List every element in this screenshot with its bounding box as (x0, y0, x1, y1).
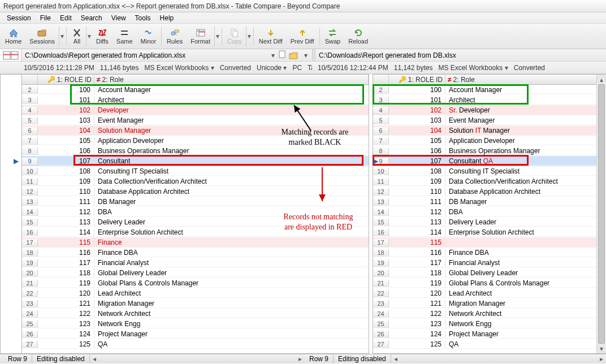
left-browse-dropdown[interactable]: ▾ (302, 51, 310, 59)
cell-role[interactable]: Migration Manager (94, 300, 369, 308)
table-row[interactable]: 2 100 Account Manager (22, 85, 369, 95)
right-grid-body[interactable]: 2 100 Account Manager 3 101 Architect 4 … (373, 85, 606, 349)
cell-role[interactable]: Developer (94, 106, 369, 115)
left-grid-body[interactable]: 2 100 Account Manager 3 101 Architect 4 … (22, 85, 369, 349)
prevdiff-button[interactable]: Prev Diff (287, 25, 318, 47)
cell-role[interactable]: Enterprise Solution Architect (94, 228, 369, 237)
cell-role[interactable]: DBA (445, 208, 606, 216)
cell-role[interactable]: Finance DBA (94, 249, 369, 257)
table-row[interactable]: 12 110 Database Application Architect (373, 187, 606, 197)
cell-role[interactable]: Network Engg (94, 320, 369, 328)
left-col2-header[interactable]: ≠2: Role (94, 75, 369, 84)
table-row[interactable]: 9 107 Consultant (22, 156, 369, 166)
cell-roleid[interactable]: 103 (389, 116, 445, 125)
table-row[interactable]: 18 116 Finance DBA (373, 248, 606, 258)
cell-role[interactable]: Enterprise Solution Architect (445, 228, 606, 237)
rules-button[interactable]: Rules (163, 25, 187, 47)
cell-role[interactable]: Global Plans & Controls Manager (94, 279, 369, 288)
table-row[interactable]: 3 101 Architect (22, 95, 369, 105)
cell-roleid[interactable]: 112 (38, 208, 94, 216)
cell-roleid[interactable]: 113 (38, 218, 94, 227)
left-hscroll[interactable]: ◂▸ (90, 355, 305, 363)
cell-roleid[interactable]: 102 (38, 106, 94, 115)
cell-roleid[interactable]: 105 (389, 137, 445, 145)
cell-roleid[interactable]: 109 (389, 177, 445, 186)
cell-roleid[interactable]: 116 (389, 249, 445, 257)
right-col2-header[interactable]: ≠2: Role (445, 75, 606, 84)
cell-role[interactable]: Data Collection/Verification Architect (445, 177, 606, 186)
all-dropdown[interactable]: ▾ (86, 26, 92, 46)
table-row[interactable]: 16 114 Enterprise Solution Architect (373, 227, 606, 237)
cell-role[interactable]: Lead Architect (94, 289, 369, 298)
scroll-thumb[interactable] (598, 84, 605, 344)
cell-roleid[interactable]: 120 (389, 289, 445, 298)
table-row[interactable]: 19 117 Financial Analyst (22, 258, 369, 268)
cell-role[interactable]: Business Operations Manager (94, 147, 369, 155)
cell-role[interactable]: Application Developer (445, 137, 606, 145)
cell-roleid[interactable]: 114 (389, 228, 445, 237)
cell-roleid[interactable]: 119 (389, 279, 445, 288)
format-dropdown[interactable]: ▾ (214, 26, 220, 46)
cell-role[interactable]: Project Manager (94, 330, 369, 339)
table-row[interactable]: 7 105 Application Developer (373, 136, 606, 146)
cell-role[interactable]: Account Manager (94, 86, 369, 94)
cell-roleid[interactable]: 125 (38, 340, 94, 349)
cell-roleid[interactable]: 111 (389, 198, 445, 206)
cell-role[interactable]: Lead Architect (445, 289, 606, 298)
cell-roleid[interactable]: 123 (389, 320, 445, 328)
cell-roleid[interactable]: 101 (38, 96, 94, 105)
right-hscroll[interactable]: ◂▸ (391, 355, 606, 363)
cell-roleid[interactable]: 103 (38, 116, 94, 125)
cell-roleid[interactable]: 102 (389, 106, 445, 115)
table-row[interactable]: 21 119 Global Plans & Controls Manager (22, 278, 369, 288)
cell-role[interactable]: Consulting IT Specialist (94, 167, 369, 176)
scroll-up-arrow[interactable]: ▴ (597, 75, 606, 84)
cell-role[interactable]: Consulting IT Specialist (445, 167, 606, 176)
swap-button[interactable]: Swap (321, 25, 345, 47)
table-row[interactable]: 27 125 QA (373, 339, 606, 349)
right-format[interactable]: MS Excel Workbooks ▾ (438, 64, 508, 72)
table-row[interactable]: 22 120 Lead Architect (373, 288, 606, 298)
cell-roleid[interactable]: 113 (389, 218, 445, 227)
cell-role[interactable]: Consultant (94, 157, 369, 166)
table-row[interactable]: 8 106 Business Operations Manager (22, 146, 369, 156)
left-path-dropdown[interactable]: ▾ (269, 51, 277, 59)
cell-role[interactable]: Financial Analyst (445, 259, 606, 267)
table-row[interactable]: 26 124 Project Manager (373, 329, 606, 339)
table-row[interactable]: 15 113 Delivery Leader (22, 217, 369, 227)
menu-help[interactable]: Help (155, 12, 179, 24)
cell-roleid[interactable]: 108 (38, 167, 94, 176)
cell-role[interactable]: Event Manager (94, 116, 369, 125)
cell-role[interactable]: Architect (445, 96, 606, 105)
copy-button[interactable]: Copy (223, 25, 246, 47)
cell-role[interactable]: Finance (94, 239, 369, 247)
table-row[interactable]: 23 121 Migration Manager (22, 298, 369, 309)
cell-roleid[interactable]: 124 (389, 330, 445, 339)
cell-roleid[interactable]: 100 (38, 86, 94, 94)
home-button[interactable]: Home (1, 25, 25, 47)
cell-role[interactable]: Sr. Developer (445, 106, 606, 115)
cell-roleid[interactable]: 100 (389, 86, 445, 94)
cell-role[interactable]: Global Plans & Controls Manager (445, 279, 606, 288)
table-row[interactable]: 7 105 Application Developer (22, 136, 369, 146)
cell-role[interactable]: Business Operations Manager (445, 147, 606, 155)
cell-role[interactable]: Consultant QA (445, 157, 606, 166)
cell-roleid[interactable]: 122 (38, 310, 94, 318)
table-row[interactable]: 17 115 Finance (22, 237, 369, 248)
cell-roleid[interactable]: 106 (38, 147, 94, 155)
cell-roleid[interactable]: 109 (38, 177, 94, 186)
scroll-down-arrow[interactable]: ▾ (597, 344, 606, 353)
table-row[interactable]: 18 116 Finance DBA (22, 248, 369, 258)
cell-role[interactable]: Database Application Architect (94, 188, 369, 196)
table-row[interactable]: 24 122 Network Architect (373, 309, 606, 319)
table-row[interactable]: 17 115 (373, 237, 606, 248)
cell-roleid[interactable]: 118 (38, 269, 94, 278)
sessions-dropdown[interactable]: ▾ (59, 26, 65, 46)
menu-file[interactable]: File (36, 12, 55, 24)
menu-session[interactable]: Session (2, 12, 36, 24)
table-row[interactable]: 11 109 Data Collection/Verification Arch… (22, 176, 369, 187)
cell-roleid[interactable]: 105 (38, 137, 94, 145)
cell-roleid[interactable]: 101 (389, 96, 445, 105)
cell-role[interactable]: Financial Analyst (94, 259, 369, 267)
table-row[interactable]: 22 120 Lead Architect (22, 288, 369, 298)
